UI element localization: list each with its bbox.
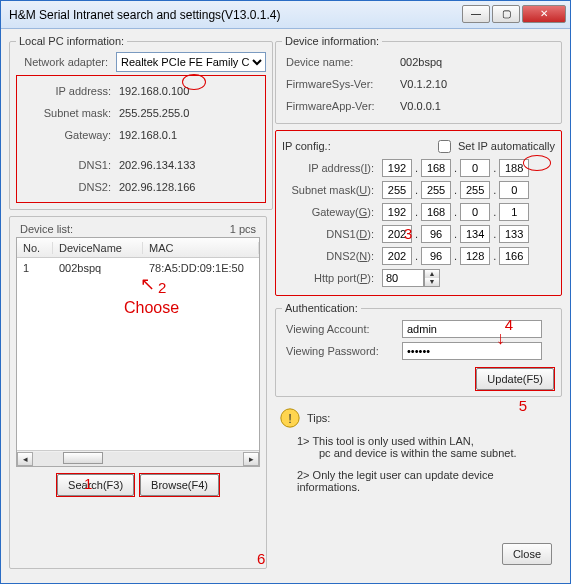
search-button[interactable]: Search(F3) — [57, 474, 134, 496]
device-info-legend: Device information: — [282, 35, 382, 47]
content: Local PC information: Network adapter: R… — [1, 29, 570, 583]
cfg-dns1-label: DNS1(D): — [282, 228, 382, 240]
cfg-mask-field[interactable]: ... — [382, 181, 529, 199]
cell-no: 1 — [17, 262, 53, 274]
cfg-port-label: Http port(P): — [282, 272, 382, 284]
pass-label: Viewing Password: — [282, 345, 402, 357]
cfg-dns2-label: DNS2(N): — [282, 250, 382, 262]
cfg-mask-label: Subnet mask(U): — [282, 184, 382, 196]
tip-1: 1> This tool is only used within LAN, — [279, 435, 558, 447]
dns2-label: DNS2: — [19, 181, 119, 193]
col-mac[interactable]: MAC — [143, 242, 259, 254]
close-window-button[interactable]: ✕ — [522, 5, 566, 23]
svg-text:!: ! — [288, 411, 292, 426]
local-pc-group: Local PC information: Network adapter: R… — [9, 35, 273, 210]
auth-group: Authentication: Viewing Account: Viewing… — [275, 302, 562, 397]
device-list[interactable]: No. DeviceName MAC 1 002bspq 78:A5:DD:09… — [16, 237, 260, 467]
auto-ip-label: Set IP automatically — [458, 140, 555, 152]
col-no[interactable]: No. — [17, 242, 53, 254]
viewing-account-input[interactable] — [402, 320, 542, 338]
http-port-stepper[interactable]: ▲▼ — [382, 269, 440, 287]
dns1-value: 202.96.134.133 — [119, 159, 263, 171]
gw-label: Gateway: — [19, 129, 119, 141]
ip-oct4[interactable] — [499, 159, 529, 177]
tip-1b: pc and device is within the same subnet. — [279, 447, 558, 459]
user-label: Viewing Account: — [282, 323, 402, 335]
tips-area: ! Tips: 1> This tool is only used within… — [275, 403, 562, 493]
mask-value: 255.255.255.0 — [119, 107, 263, 119]
fwapp-label: FirmwareApp-Ver: — [282, 100, 400, 112]
cell-mac: 78:A5:DD:09:1E:50 — [143, 262, 259, 274]
device-list-legend: Device list: — [20, 223, 73, 235]
scroll-left-button[interactable]: ◂ — [17, 452, 33, 466]
ip-config-group: IP config.: Set IP automatically IP addr… — [275, 130, 562, 296]
ip-oct2[interactable] — [421, 159, 451, 177]
auth-legend: Authentication: — [282, 302, 361, 314]
ipcfg-legend: IP config.: — [282, 140, 331, 152]
close-button[interactable]: Close — [502, 543, 552, 565]
fwapp-value: V0.0.0.1 — [400, 100, 555, 112]
list-header: No. DeviceName MAC — [17, 238, 259, 258]
fwsys-value: V0.1.2.10 — [400, 78, 555, 90]
devname-label: Device name: — [282, 56, 400, 68]
minimize-button[interactable]: — — [462, 5, 490, 23]
cell-name: 002bspq — [53, 262, 143, 274]
titlebar: H&M Serial Intranet search and settings(… — [1, 1, 570, 29]
http-port-input[interactable] — [382, 269, 424, 287]
table-row[interactable]: 1 002bspq 78:A5:DD:09:1E:50 — [17, 258, 259, 278]
port-down[interactable]: ▼ — [425, 278, 439, 286]
cfg-gw-field[interactable]: ... — [382, 203, 529, 221]
scroll-thumb[interactable] — [63, 452, 103, 464]
local-ip-box: IP address:192.168.0.100 Subnet mask:255… — [16, 75, 266, 203]
update-button[interactable]: Update(F5) — [476, 368, 554, 390]
device-info-group: Device information: Device name:002bspq … — [275, 35, 562, 124]
tips-head: Tips: — [307, 412, 330, 424]
adapter-label: Network adapter: — [16, 56, 116, 68]
h-scrollbar[interactable]: ◂ ▸ — [17, 450, 259, 466]
viewing-password-input[interactable] — [402, 342, 542, 360]
maximize-button[interactable]: ▢ — [492, 5, 520, 23]
app-window: H&M Serial Intranet search and settings(… — [0, 0, 571, 584]
network-adapter-select[interactable]: Realtek PCIe FE Family Cor — [116, 52, 266, 72]
cfg-ip-field[interactable]: ... — [382, 159, 529, 177]
device-count: 1 pcs — [230, 223, 256, 235]
fwsys-label: FirmwareSys-Ver: — [282, 78, 400, 90]
dns1-label: DNS1: — [19, 159, 119, 171]
tip-2: 2> Only the legit user can update device… — [279, 469, 558, 493]
cfg-dns1-field[interactable]: ... — [382, 225, 529, 243]
scroll-right-button[interactable]: ▸ — [243, 452, 259, 466]
device-list-group: Device list: 1 pcs No. DeviceName MAC 1 … — [9, 216, 267, 569]
ip-oct1[interactable] — [382, 159, 412, 177]
window-title: H&M Serial Intranet search and settings(… — [9, 8, 460, 22]
port-up[interactable]: ▲ — [425, 270, 439, 278]
gw-value: 192.168.0.1 — [119, 129, 263, 141]
cfg-ip-label: IP address(I): — [282, 162, 382, 174]
auto-ip-checkbox[interactable]: Set IP automatically — [434, 137, 555, 156]
browse-button[interactable]: Browse(F4) — [140, 474, 219, 496]
ip-label: IP address: — [19, 85, 119, 97]
cfg-dns2-field[interactable]: ... — [382, 247, 529, 265]
mask-label: Subnet mask: — [19, 107, 119, 119]
cfg-gw-label: Gateway(G): — [282, 206, 382, 218]
dns2-value: 202.96.128.166 — [119, 181, 263, 193]
scroll-track[interactable] — [33, 452, 243, 466]
window-controls: — ▢ ✕ — [460, 5, 566, 25]
ip-value: 192.168.0.100 — [119, 85, 263, 97]
col-name[interactable]: DeviceName — [53, 242, 143, 254]
auto-ip-input[interactable] — [438, 140, 451, 153]
ip-oct3[interactable] — [460, 159, 490, 177]
tips-icon: ! — [279, 407, 301, 429]
devname-value: 002bspq — [400, 56, 555, 68]
local-pc-legend: Local PC information: — [16, 35, 127, 47]
